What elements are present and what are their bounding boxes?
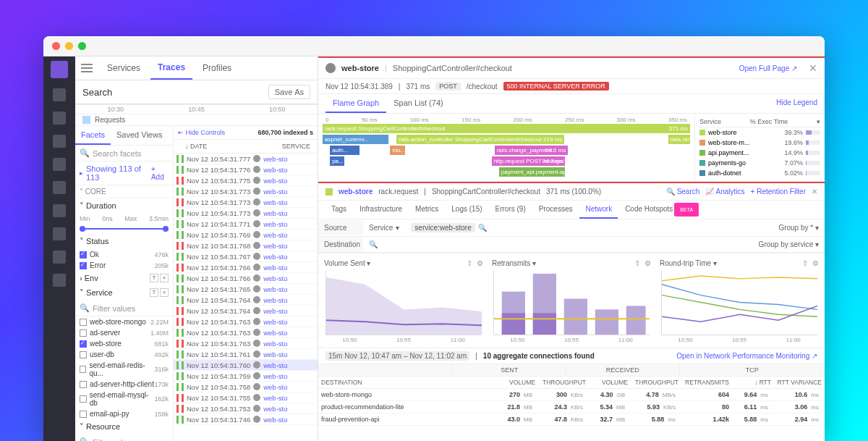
tab-saved-views[interactable]: Saved Views xyxy=(111,126,168,145)
facet-search-input[interactable]: Search facets xyxy=(93,149,141,158)
tab-facets[interactable]: Facets xyxy=(75,126,111,145)
service-item[interactable]: ad-server1.40M xyxy=(75,327,173,338)
tab-span-list[interactable]: Span List (74) xyxy=(386,94,450,113)
analytics-link[interactable]: 📈 Analytics xyxy=(705,188,744,196)
search-link[interactable]: 🔍 Search xyxy=(666,188,699,196)
rail-icon[interactable] xyxy=(53,158,66,171)
detail-tab[interactable]: Processes xyxy=(533,201,579,219)
legend-row[interactable]: web-store39.3% xyxy=(698,127,822,138)
open-full-page-link[interactable]: Open Full Page ↗ xyxy=(739,64,797,72)
service-item[interactable]: web-store-mongo2.22M xyxy=(75,316,173,327)
chart-title[interactable]: Round-trip Time ▾ xyxy=(660,259,717,267)
network-row[interactable]: fraud-prevention-api43.0MB47.8KB/s32.7MB… xyxy=(318,413,825,426)
trace-row[interactable]: Nov 12 10:54:31.755web-sto xyxy=(174,392,318,403)
max-dot[interactable] xyxy=(78,42,86,50)
trace-row[interactable]: Nov 12 10:54:31.773web-sto xyxy=(174,197,318,208)
service-item[interactable]: user-db492k xyxy=(75,349,173,360)
legend-row[interactable]: web-store-m...19.6% xyxy=(698,138,822,148)
trace-row[interactable]: Nov 12 10:54:31.764web-sto xyxy=(174,306,318,316)
legend-row[interactable]: payments-go7.07% xyxy=(698,158,822,168)
trace-row[interactable]: Nov 12 10:54:31.759web-sto xyxy=(174,371,318,382)
chart-title[interactable]: Volume Sent ▾ xyxy=(324,259,370,267)
trace-row[interactable]: Nov 12 10:54:31.777web-sto xyxy=(174,154,318,164)
chart-body[interactable] xyxy=(326,270,482,335)
open-npm-link[interactable]: Open in Network Performance Monitoring ↗ xyxy=(676,352,817,360)
export-icon[interactable]: ⇧ xyxy=(467,259,472,267)
min-dot[interactable] xyxy=(65,42,73,50)
detail-tab[interactable]: Metrics xyxy=(409,201,444,219)
detail-tab[interactable]: Tags xyxy=(326,201,352,219)
detail-tab[interactable]: Logs (15) xyxy=(446,201,488,219)
flame-graph[interactable]: 050 ms100 ms150 ms200 ms250 ms300 ms350 … xyxy=(318,114,694,181)
trace-row[interactable]: Nov 12 10:54:31.763web-sto xyxy=(174,327,318,338)
hide-legend-link[interactable]: Hide Legend xyxy=(776,94,817,113)
app-logo[interactable] xyxy=(51,61,68,78)
trace-row[interactable]: Nov 12 10:54:31.767web-sto xyxy=(174,251,318,262)
rail-icon[interactable] xyxy=(53,112,66,125)
trace-row[interactable]: Nov 12 10:54:31.761web-sto xyxy=(174,349,318,360)
network-row[interactable]: web-store-mongo270MB300KB/s4.30GB4.78MB/… xyxy=(318,389,825,401)
export-icon[interactable]: ⇧ xyxy=(802,259,808,267)
trace-row[interactable]: Nov 12 10:54:31.758web-sto xyxy=(174,382,318,392)
rail-icon[interactable] xyxy=(53,88,66,101)
export-icon[interactable]: ⇧ xyxy=(634,259,640,267)
tab-services[interactable]: Services xyxy=(100,57,148,79)
legend-row[interactable]: auth-dotnet5.02% xyxy=(698,168,822,178)
rail-icon[interactable] xyxy=(53,274,66,287)
trace-row[interactable]: Nov 12 10:54:31.766web-sto xyxy=(174,273,318,284)
detail-tab[interactable]: Code HotspotsBETA xyxy=(619,201,705,219)
chart-title[interactable]: Retransmits ▾ xyxy=(492,259,536,267)
network-row[interactable]: product-recommendation-lite21.8MB24.3KB/… xyxy=(318,401,825,413)
trace-row[interactable]: Nov 12 10:54:31.763web-sto xyxy=(174,338,318,349)
chart-body[interactable] xyxy=(661,270,817,335)
trace-row[interactable]: Nov 12 10:54:31.776web-sto xyxy=(174,164,318,175)
service-item[interactable]: send-email-mysql-db162k xyxy=(75,390,173,408)
trace-row[interactable]: Nov 12 10:54:31.766web-sto xyxy=(174,262,318,273)
duration-slider[interactable] xyxy=(80,225,169,232)
trace-row[interactable]: Nov 12 10:54:31.773web-sto xyxy=(174,186,318,197)
status-item[interactable]: Error205k xyxy=(75,260,173,271)
detail-tab[interactable]: Errors (9) xyxy=(490,201,532,219)
service-item[interactable]: send-email-redis-qu...316k xyxy=(75,360,173,379)
close-icon[interactable]: ✕ xyxy=(809,62,817,74)
rail-icon[interactable] xyxy=(53,227,66,240)
trace-row[interactable]: Nov 12 10:54:31.764web-sto xyxy=(174,295,318,306)
gear-icon[interactable]: ⚙ xyxy=(477,259,483,267)
gear-icon[interactable]: ⚙ xyxy=(644,259,651,267)
service-item[interactable]: web-store681k xyxy=(75,338,173,349)
trace-row[interactable]: Nov 12 10:54:31.769web-sto xyxy=(174,230,318,240)
rail-icon[interactable] xyxy=(53,251,66,264)
source-service-select[interactable]: Service ▾ xyxy=(363,220,405,235)
close-icon[interactable]: ✕ xyxy=(812,188,817,196)
trace-row[interactable]: Nov 12 10:54:31.765web-sto xyxy=(174,284,318,295)
gear-icon[interactable]: ⚙ xyxy=(812,259,819,267)
trace-row[interactable]: Nov 12 10:54:31.746web-sto xyxy=(174,414,318,425)
tab-profiles[interactable]: Profiles xyxy=(195,57,239,79)
trace-row[interactable]: Nov 12 10:54:31.753web-sto xyxy=(174,403,318,414)
hide-controls-link[interactable]: ⇤ Hide Controls xyxy=(178,129,225,136)
rail-icon[interactable] xyxy=(53,181,66,194)
rail-icon[interactable] xyxy=(53,135,66,148)
add-facet-button[interactable]: + Add xyxy=(151,165,169,181)
service-item[interactable]: email-api-py158k xyxy=(75,408,173,419)
save-as-button[interactable]: Save As xyxy=(268,85,310,99)
status-item[interactable]: Ok476k xyxy=(75,249,173,260)
detail-tab[interactable]: Infrastructure xyxy=(354,201,408,219)
trace-row[interactable]: Nov 12 10:54:31.760web-sto xyxy=(174,360,318,371)
detail-tab[interactable]: Network xyxy=(579,201,618,219)
trace-row[interactable]: Nov 12 10:54:31.763web-sto xyxy=(174,316,318,327)
tab-flame-graph[interactable]: Flame Graph xyxy=(326,94,386,113)
timeline-spark[interactable] xyxy=(75,104,318,105)
service-item[interactable]: ad-server-http-client173k xyxy=(75,379,173,390)
trace-row[interactable]: Nov 12 10:54:31.773web-sto xyxy=(174,208,318,219)
trace-row[interactable]: Nov 12 10:54:31.768web-sto xyxy=(174,240,318,251)
menu-icon[interactable] xyxy=(81,64,93,72)
close-dot[interactable] xyxy=(52,42,60,50)
rail-icon[interactable] xyxy=(53,204,66,217)
legend-row[interactable]: api.payment...14.9% xyxy=(698,148,822,158)
retention-filter-link[interactable]: + Retention Filter xyxy=(751,188,806,196)
trace-row[interactable]: Nov 12 10:54:31.775web-sto xyxy=(174,175,318,186)
trace-row[interactable]: Nov 12 10:54:31.771web-sto xyxy=(174,219,318,230)
chart-body[interactable] xyxy=(493,270,650,335)
tab-traces[interactable]: Traces xyxy=(150,56,192,80)
